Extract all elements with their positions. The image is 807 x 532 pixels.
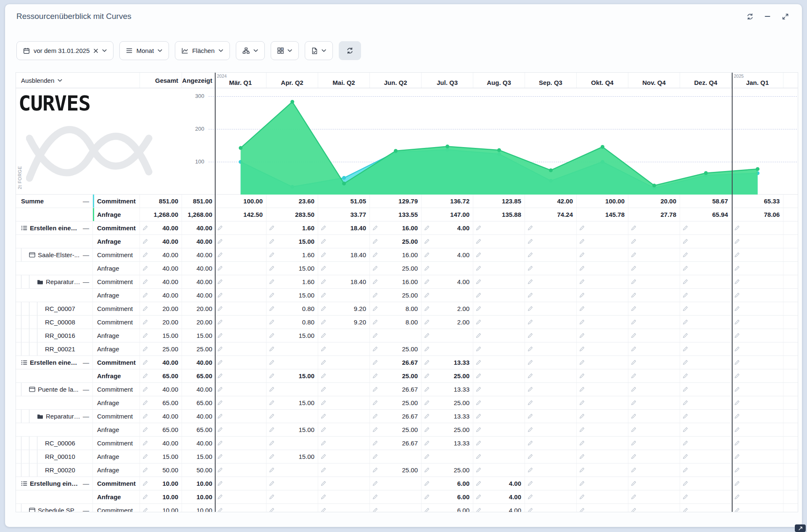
edit-pencil-icon[interactable] bbox=[734, 319, 740, 325]
month-cell[interactable] bbox=[628, 410, 680, 423]
month-cell[interactable]: 25.00 bbox=[422, 464, 473, 477]
edit-pencil-icon[interactable] bbox=[142, 454, 148, 459]
edit-pencil-icon[interactable] bbox=[734, 360, 740, 365]
edit-pencil-icon[interactable] bbox=[269, 279, 274, 284]
month-cell[interactable]: 15.00 bbox=[266, 450, 318, 463]
month-cell[interactable] bbox=[525, 342, 577, 356]
edit-pencil-icon[interactable] bbox=[683, 440, 688, 446]
month-cell[interactable]: 2.00 bbox=[422, 302, 473, 315]
month-cell[interactable] bbox=[732, 342, 783, 356]
edit-pencil-icon[interactable] bbox=[527, 494, 533, 500]
month-cell[interactable] bbox=[215, 369, 266, 382]
edit-pencil-icon[interactable] bbox=[734, 494, 740, 500]
month-cell[interactable] bbox=[732, 477, 783, 490]
edit-pencil-icon[interactable] bbox=[476, 346, 481, 352]
edit-pencil-icon[interactable] bbox=[631, 292, 636, 298]
month-cell[interactable]: 15.00 bbox=[266, 289, 318, 302]
month-cell[interactable] bbox=[577, 437, 628, 450]
edit-pencil-icon[interactable] bbox=[683, 454, 688, 459]
month-cell[interactable] bbox=[370, 504, 422, 512]
edit-pencil-icon[interactable] bbox=[527, 508, 533, 512]
month-cell[interactable] bbox=[680, 369, 732, 382]
edit-pencil-icon[interactable] bbox=[269, 360, 274, 365]
edit-pencil-icon[interactable] bbox=[631, 413, 636, 419]
edit-pencil-icon[interactable] bbox=[527, 306, 533, 311]
month-cell[interactable] bbox=[732, 289, 783, 302]
month-cell[interactable] bbox=[628, 235, 680, 248]
edit-pencil-icon[interactable] bbox=[269, 252, 274, 258]
edit-pencil-icon[interactable] bbox=[476, 387, 481, 392]
month-cell[interactable] bbox=[680, 248, 732, 261]
month-cell[interactable] bbox=[680, 289, 732, 302]
edit-pencil-icon[interactable] bbox=[142, 494, 148, 500]
month-cell[interactable]: 15.00 bbox=[266, 369, 318, 382]
edit-pencil-icon[interactable] bbox=[424, 413, 430, 419]
edit-pencil-icon[interactable] bbox=[631, 306, 636, 311]
month-cell[interactable] bbox=[215, 342, 266, 356]
month-cell[interactable] bbox=[628, 342, 680, 356]
month-cell[interactable] bbox=[577, 221, 628, 234]
month-cell[interactable]: 25.00 bbox=[370, 423, 422, 436]
edit-pencil-icon[interactable] bbox=[217, 225, 223, 231]
edit-pencil-icon[interactable] bbox=[269, 413, 274, 419]
month-cell[interactable] bbox=[215, 396, 266, 409]
edit-pencil-icon[interactable] bbox=[527, 481, 533, 486]
month-cell[interactable] bbox=[732, 235, 783, 248]
edit-pencil-icon[interactable] bbox=[527, 319, 533, 325]
edit-pencil-icon[interactable] bbox=[476, 508, 481, 512]
edit-pencil-icon[interactable] bbox=[217, 252, 223, 258]
edit-pencil-icon[interactable] bbox=[321, 266, 326, 271]
edit-pencil-icon[interactable] bbox=[631, 266, 636, 271]
month-cell[interactable] bbox=[680, 356, 732, 369]
edit-pencil-icon[interactable] bbox=[683, 413, 688, 419]
month-cell[interactable] bbox=[577, 423, 628, 436]
edit-pencil-icon[interactable] bbox=[683, 346, 688, 352]
month-cell[interactable]: 8.00 bbox=[370, 316, 422, 329]
edit-pencil-icon[interactable] bbox=[372, 387, 378, 392]
month-cell[interactable] bbox=[525, 262, 577, 275]
edit-pencil-icon[interactable] bbox=[476, 279, 481, 284]
edit-pencil-icon[interactable] bbox=[321, 252, 326, 258]
month-cell[interactable]: 4.00 bbox=[473, 504, 525, 512]
edit-pencil-icon[interactable] bbox=[683, 225, 688, 231]
edit-pencil-icon[interactable] bbox=[424, 225, 430, 231]
edit-pencil-icon[interactable] bbox=[683, 319, 688, 325]
month-cell[interactable] bbox=[577, 289, 628, 302]
month-cell[interactable] bbox=[577, 235, 628, 248]
collapse-indicator[interactable]: — bbox=[83, 278, 92, 285]
total-cell[interactable]: 40.00 bbox=[140, 235, 182, 248]
edit-pencil-icon[interactable] bbox=[579, 508, 585, 512]
edit-pencil-icon[interactable] bbox=[269, 494, 274, 500]
edit-pencil-icon[interactable] bbox=[631, 225, 636, 231]
month-cell[interactable] bbox=[266, 464, 318, 477]
edit-pencil-icon[interactable] bbox=[683, 494, 688, 500]
edit-pencil-icon[interactable] bbox=[579, 239, 585, 244]
edit-pencil-icon[interactable] bbox=[527, 346, 533, 352]
edit-pencil-icon[interactable] bbox=[424, 333, 430, 338]
edit-pencil-icon[interactable] bbox=[683, 266, 688, 271]
edit-pencil-icon[interactable] bbox=[142, 333, 148, 338]
month-cell[interactable] bbox=[525, 221, 577, 234]
month-cell[interactable] bbox=[473, 262, 525, 275]
month-cell[interactable] bbox=[318, 342, 370, 356]
month-cell[interactable] bbox=[680, 329, 732, 342]
edit-pencil-icon[interactable] bbox=[734, 292, 740, 298]
edit-pencil-icon[interactable] bbox=[142, 346, 148, 352]
edit-pencil-icon[interactable] bbox=[269, 454, 274, 459]
edit-pencil-icon[interactable] bbox=[372, 252, 378, 258]
total-cell[interactable]: 15.00 bbox=[140, 329, 182, 342]
month-cell[interactable] bbox=[680, 464, 732, 477]
edit-pencil-icon[interactable] bbox=[372, 225, 378, 231]
month-cell[interactable] bbox=[318, 504, 370, 512]
edit-pencil-icon[interactable] bbox=[142, 427, 148, 432]
edit-pencil-icon[interactable] bbox=[217, 427, 223, 432]
month-cell[interactable] bbox=[525, 437, 577, 450]
total-cell[interactable]: 15.00 bbox=[140, 450, 182, 463]
edit-pencil-icon[interactable] bbox=[631, 494, 636, 500]
edit-pencil-icon[interactable] bbox=[321, 360, 326, 365]
month-cell[interactable]: 25.00 bbox=[370, 396, 422, 409]
month-cell[interactable] bbox=[525, 504, 577, 512]
grid-dropdown[interactable] bbox=[271, 41, 299, 60]
month-cell[interactable] bbox=[577, 302, 628, 315]
edit-pencil-icon[interactable] bbox=[269, 508, 274, 512]
